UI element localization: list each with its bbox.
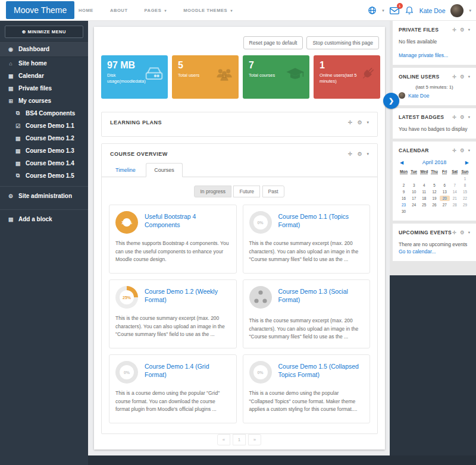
language-globe-icon[interactable]	[367, 6, 377, 15]
private-files-empty-text: No files available	[399, 39, 470, 45]
nav-pages[interactable]: PAGES ▾	[136, 0, 176, 21]
move-block-icon[interactable]: ✛	[452, 27, 456, 33]
calendar-day: 13	[440, 189, 450, 194]
calendar-day: 15	[460, 189, 470, 194]
filter-in-progress[interactable]: In progress	[194, 186, 231, 197]
sidebar-item-course-demo-1-1[interactable]: ☑Course Demo 1.1	[0, 120, 88, 132]
user-menu-name[interactable]: Kate Doe	[419, 7, 446, 14]
calendar-day: 8	[460, 183, 470, 188]
sidebar-item-bs4-components[interactable]: ⧉BS4 Components	[0, 107, 88, 120]
sidebar-item-course-demo-1-5[interactable]: ⧉Course Demo 1.5	[0, 169, 88, 182]
course-link[interactable]: Course Demo 1.1 (Topics Format)	[278, 211, 364, 229]
calendar-day: 2	[399, 183, 409, 188]
chevron-down-icon[interactable]: ▾	[367, 120, 369, 125]
sidebar-item-course-demo-1-4[interactable]: ▤Course Demo 1.4	[0, 157, 88, 169]
course-summary: This is the course summary excerpt (max.…	[115, 315, 230, 339]
calendar-prev-month-icon[interactable]: ◀	[400, 160, 403, 165]
sidebar-item-course-demo-1-2[interactable]: ▤Course Demo 1.2	[0, 132, 88, 144]
calendar-day	[419, 176, 429, 181]
nav-about[interactable]: ABOUT	[102, 0, 136, 21]
stat-label: Online users(last 5 minutes)	[320, 73, 359, 84]
calendar-day: 3	[409, 183, 419, 188]
manage-private-files-link[interactable]: Manage private files...	[399, 52, 470, 58]
sidebar-item-course-demo-1-3[interactable]: ▤Course Demo 1.3	[0, 144, 88, 157]
course-link[interactable]: Course Demo 1.5 (Collapsed Topics Format…	[278, 361, 364, 379]
chevron-down-icon[interactable]: ▾	[468, 27, 470, 32]
calendar-month-label[interactable]: April 2018	[422, 159, 447, 165]
messages-icon[interactable]: 1	[390, 6, 399, 15]
chevron-down-icon[interactable]: ▾	[382, 8, 384, 13]
progress-donut: 25%	[115, 286, 138, 309]
pagination-next[interactable]: »	[248, 434, 261, 445]
home-icon: ⌂	[7, 61, 14, 67]
calendar-day: 16	[399, 196, 409, 201]
sidebar-item-site-administration[interactable]: ⚙Site administration	[0, 186, 88, 205]
graduation-cap-icon	[285, 65, 305, 86]
pagination-page-1[interactable]: 1	[233, 434, 246, 445]
sidebar-item-dashboard[interactable]: ◉Dashboard	[0, 41, 88, 57]
weekday-header: Tue	[409, 169, 419, 175]
calendar-day-with-event[interactable]: 23	[399, 202, 409, 208]
notifications-bell-icon[interactable]	[405, 6, 414, 15]
minimize-menu-button[interactable]: ⊕ MINIMIZE MENU	[5, 26, 83, 38]
calendar-day-today[interactable]: 20	[440, 196, 450, 201]
online-user-link[interactable]: Kate Doe	[408, 93, 429, 99]
calendar-day	[409, 209, 419, 214]
message-count-badge: 1	[397, 3, 403, 9]
course-card: 25% Course Demo 1.2 (Weekly Format) This…	[109, 279, 237, 348]
block-settings-gear-icon[interactable]: ⚙	[357, 151, 362, 157]
pagination-prev[interactable]: «	[217, 434, 230, 445]
stat-label: Total users	[178, 73, 217, 78]
sidebar-item-add-a-block[interactable]: ▤Add a block	[0, 209, 88, 228]
move-block-icon[interactable]: ✛	[348, 151, 353, 157]
course-link[interactable]: Useful Bootstrap 4 Components	[145, 211, 230, 229]
filter-future[interactable]: Future	[233, 186, 260, 197]
calendar-day	[440, 209, 450, 214]
block-settings-gear-icon[interactable]: ⚙	[460, 74, 465, 80]
calendar-day: 29	[460, 202, 470, 208]
nav-home[interactable]: HOME	[70, 0, 102, 21]
block-settings-gear-icon[interactable]: ⚙	[460, 114, 465, 120]
course-link[interactable]: Course Demo 1.3 (Social Format)	[278, 286, 364, 304]
calendar-day	[460, 209, 470, 214]
filter-past[interactable]: Past	[262, 186, 284, 197]
move-block-icon[interactable]: ✛	[452, 230, 456, 235]
block-settings-gear-icon[interactable]: ⚙	[357, 120, 362, 125]
chevron-down-icon[interactable]: ▾	[469, 8, 471, 13]
sidebar-item-site-home[interactable]: ⌂Site home	[0, 57, 88, 70]
user-avatar[interactable]	[450, 4, 464, 17]
calendar-day: 17	[409, 196, 419, 201]
chevron-down-icon: ▾	[229, 9, 233, 12]
stop-customising-button[interactable]: Stop customising this page	[306, 36, 379, 49]
move-block-icon[interactable]: ✛	[452, 74, 456, 80]
blocks-drawer-toggle[interactable]: ❯	[383, 93, 399, 109]
course-link[interactable]: Course Demo 1.2 (Weekly Format)	[145, 286, 230, 304]
go-to-calendar-link[interactable]: Go to calendar...	[399, 249, 470, 255]
tab-timeline[interactable]: Timeline	[108, 164, 143, 177]
move-block-icon[interactable]: ✛	[348, 120, 353, 125]
calendar-next-month-icon[interactable]: ▶	[465, 160, 469, 165]
chevron-down-icon[interactable]: ▾	[468, 115, 470, 120]
nav-moodle-themes[interactable]: MOODLE THEMES ▾	[175, 0, 241, 21]
calendar-title: CALENDAR	[399, 147, 429, 153]
sidebar-item-calendar[interactable]: ▦Calendar	[0, 70, 88, 82]
stat-online-users: 1 Online users(last 5 minutes)	[314, 55, 380, 99]
weekday-header: Mon	[399, 169, 409, 175]
course-card: 100% Useful Bootstrap 4 Components This …	[109, 205, 237, 274]
block-settings-gear-icon[interactable]: ⚙	[460, 27, 465, 33]
sitemap-icon: ⊞	[7, 98, 14, 104]
block-settings-gear-icon[interactable]: ⚙	[460, 147, 465, 153]
sidebar-item-private-files[interactable]: ▤Private files	[0, 82, 88, 95]
course-link[interactable]: Course Demo 1.4 (Grid Format)	[145, 361, 230, 379]
chevron-down-icon[interactable]: ▾	[367, 152, 369, 156]
block-settings-gear-icon[interactable]: ⚙	[460, 230, 465, 235]
brand-logo[interactable]: Moove Theme	[6, 1, 74, 19]
tab-courses[interactable]: Courses	[146, 163, 183, 177]
chevron-down-icon[interactable]: ▾	[468, 74, 470, 79]
sidebar-item-my-courses[interactable]: ⊞My courses	[0, 95, 88, 107]
move-block-icon[interactable]: ✛	[452, 114, 456, 120]
reset-page-button[interactable]: Reset page to default	[243, 36, 303, 49]
chevron-down-icon[interactable]: ▾	[468, 148, 470, 153]
chevron-down-icon[interactable]: ▾	[468, 230, 470, 235]
move-block-icon[interactable]: ✛	[452, 147, 456, 153]
